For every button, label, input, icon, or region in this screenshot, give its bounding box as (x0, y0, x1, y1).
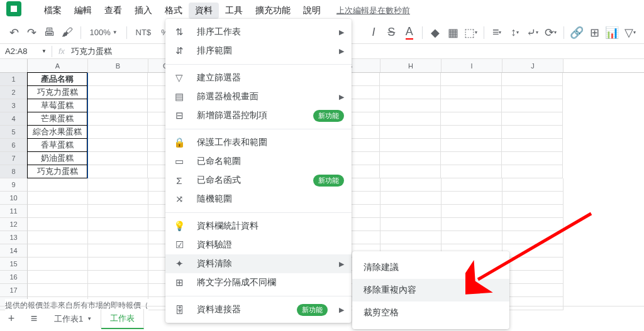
submenu-item[interactable]: 清除建議 (352, 256, 509, 279)
menu-item-randomize[interactable]: ⤨隨機範圍 (165, 190, 352, 209)
cell[interactable] (380, 192, 441, 205)
cell[interactable]: 奶油蛋糕 (27, 151, 87, 165)
row-header[interactable]: 9 (0, 178, 28, 192)
cell[interactable] (441, 231, 502, 244)
menu-format[interactable]: 格式 (158, 3, 189, 19)
cell[interactable] (28, 205, 88, 218)
cell[interactable] (380, 178, 441, 192)
menu-item-sort-range[interactable]: ⇵排序範圍▶ (165, 41, 352, 60)
cell[interactable] (441, 165, 502, 178)
borders-icon[interactable]: ▦ (445, 24, 460, 41)
cell[interactable] (502, 152, 563, 165)
cell[interactable]: 巧克力蛋糕 (27, 165, 87, 178)
row-header[interactable]: 15 (0, 258, 28, 271)
menu-item-cleanup[interactable]: ✦資料清除▶ (165, 254, 352, 273)
row-header[interactable]: 6 (0, 139, 28, 152)
cell[interactable] (28, 231, 88, 244)
cell[interactable] (441, 178, 502, 192)
cell[interactable] (502, 192, 564, 205)
row-header[interactable]: 5 (0, 126, 28, 139)
cell[interactable] (502, 205, 564, 218)
menu-item-filter-view[interactable]: ▤篩選器檢視畫面▶ (165, 87, 352, 106)
cell[interactable] (502, 271, 564, 284)
cell[interactable] (380, 231, 441, 244)
print-icon[interactable]: 🖶 (42, 24, 57, 41)
name-box[interactable]: A2:A8▼ (0, 46, 52, 56)
cell[interactable] (441, 139, 502, 152)
menu-item-named-fn[interactable]: Σ已命名函式新功能 (165, 171, 352, 190)
row-header[interactable]: 17 (0, 284, 28, 297)
cell[interactable] (502, 284, 564, 297)
cell[interactable] (441, 86, 502, 99)
sheets-logo[interactable] (6, 1, 21, 16)
valign-icon[interactable]: ↕▾ (507, 24, 522, 41)
menu-item-split-text[interactable]: ⊞將文字分隔成不同欄 (165, 273, 352, 292)
cell[interactable] (380, 99, 441, 112)
cell[interactable] (502, 99, 563, 112)
cell[interactable] (502, 73, 563, 86)
cell[interactable] (28, 258, 88, 271)
menu-item-data-connectors[interactable]: 🗄資料連接器新功能▶ (165, 300, 352, 319)
cell[interactable] (502, 126, 563, 139)
cell[interactable] (87, 139, 148, 152)
row-header[interactable]: 2 (0, 86, 28, 99)
cell[interactable] (88, 231, 148, 244)
menu-item-filter[interactable]: ▽建立篩選器 (165, 68, 352, 87)
add-sheet-button[interactable]: + (0, 312, 23, 325)
cell[interactable] (88, 258, 148, 271)
cell[interactable] (502, 139, 563, 152)
cell[interactable]: 香草蛋糕 (27, 138, 87, 152)
menu-item-sort-sheet[interactable]: ⇅排序工作表▶ (165, 23, 352, 41)
submenu-item[interactable]: 移除重複內容 (352, 279, 509, 301)
col-header-I[interactable]: I (441, 59, 502, 72)
chart-icon[interactable]: 📊 (604, 24, 619, 41)
row-header[interactable]: 3 (0, 99, 28, 112)
menu-help[interactable]: 說明 (297, 3, 327, 19)
row-header[interactable]: 13 (0, 231, 28, 244)
col-header-J[interactable]: J (502, 59, 564, 72)
cell[interactable]: 草莓蛋糕 (27, 99, 87, 112)
cell[interactable] (502, 258, 564, 271)
formula-value[interactable]: 巧克力蛋糕 (71, 46, 112, 57)
cell[interactable] (88, 205, 148, 218)
filter-icon[interactable]: ▽▾ (623, 24, 638, 41)
row-header[interactable]: 4 (0, 112, 28, 126)
cell[interactable] (502, 86, 563, 99)
menu-item-column-stats[interactable]: 💡資料欄統計資料 (165, 217, 352, 236)
cell[interactable] (441, 205, 502, 218)
cell[interactable] (441, 112, 502, 126)
undo-icon[interactable]: ↶ (6, 24, 21, 41)
row-header[interactable]: 11 (0, 205, 28, 218)
cell[interactable] (502, 218, 564, 231)
cell[interactable] (28, 284, 88, 297)
cell[interactable] (88, 218, 148, 231)
text-color-icon[interactable]: A (402, 24, 417, 41)
italic-icon[interactable]: I (366, 24, 381, 41)
row-header[interactable]: 10 (0, 192, 28, 205)
row-header[interactable]: 7 (0, 152, 28, 165)
zoom-select[interactable]: 100%▼ (86, 28, 121, 37)
cell[interactable] (28, 244, 88, 258)
cell[interactable] (88, 244, 148, 258)
cell[interactable] (88, 284, 148, 297)
cell[interactable] (380, 139, 441, 152)
fill-color-icon[interactable]: ◆ (428, 24, 443, 41)
row-header[interactable]: 1 (0, 73, 28, 86)
strikethrough-icon[interactable]: S (384, 24, 399, 41)
all-sheets-button[interactable]: ≡ (23, 312, 45, 325)
cell[interactable] (380, 152, 441, 165)
menu-view[interactable]: 查看 (98, 3, 128, 19)
cell[interactable] (28, 178, 88, 192)
cell[interactable] (87, 86, 148, 99)
row-header[interactable]: 16 (0, 271, 28, 284)
link-icon[interactable]: 🔗 (569, 24, 584, 41)
menu-file[interactable]: 檔案 (38, 3, 68, 19)
menu-data[interactable]: 資料 (189, 3, 219, 19)
col-header-A[interactable]: A (28, 59, 88, 72)
menu-item-named-range[interactable]: ▭已命名範圍 (165, 152, 352, 171)
cell[interactable] (380, 165, 441, 178)
cell[interactable] (88, 178, 148, 192)
cell[interactable] (502, 112, 563, 126)
menu-tools[interactable]: 工具 (219, 3, 249, 19)
cell[interactable] (441, 192, 502, 205)
